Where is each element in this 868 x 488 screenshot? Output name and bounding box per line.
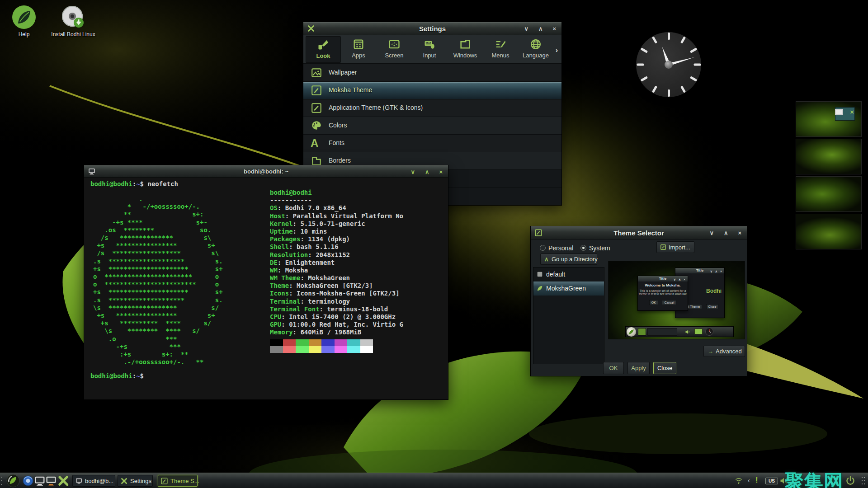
toolbar-item-label: Language xyxy=(518,52,553,59)
maximize-button[interactable]: ∧ xyxy=(724,230,728,236)
toolbar-item-windows[interactable]: Windows xyxy=(448,36,483,63)
terminal-launcher-icon[interactable] xyxy=(33,474,46,487)
task-button-label: Settings xyxy=(130,478,151,484)
desktop-icon-help[interactable]: Help xyxy=(0,5,49,38)
toolbar-item-label: Apps xyxy=(341,52,376,59)
neofetch-field-terminal-font: Terminal Font: terminus-18-bold xyxy=(270,305,403,313)
terminal-prompt-line[interactable]: bodhi@bodhi:~$ xyxy=(90,372,144,380)
preview-ok-button: OK xyxy=(649,300,658,305)
mini-window-controls: ∨ ∧ × xyxy=(674,277,686,282)
look-icon xyxy=(317,38,330,51)
task-button-label: Theme S... xyxy=(170,478,199,484)
chevron-left-icon[interactable]: ‹ xyxy=(748,477,750,484)
palette-swatch xyxy=(283,346,296,353)
theme-item-label: default xyxy=(546,271,565,278)
display-launcher-icon[interactable] xyxy=(45,474,57,487)
task-button-bodhi-b[interactable]: bodhi@b... xyxy=(72,475,115,487)
settings-item-moksha-theme[interactable]: Moksha Theme xyxy=(303,81,561,99)
close-button[interactable]: Close xyxy=(653,362,676,374)
bodhi-menu-button[interactable] xyxy=(6,474,20,488)
palette-swatch xyxy=(270,346,283,353)
workspace-thumbnail-1[interactable]: × xyxy=(796,101,862,137)
neofetch-field-icons: Icons: Icons-Moksha-Green [GTK2/3] xyxy=(270,290,403,297)
palette-swatch xyxy=(270,339,283,346)
desktop: Help Install Bodhi Linux × xyxy=(0,0,868,488)
alert-icon[interactable]: ! xyxy=(755,476,758,485)
shade-button[interactable]: ∨ xyxy=(524,26,528,32)
shade-button[interactable]: ∨ xyxy=(410,169,415,175)
close-button[interactable]: × xyxy=(552,26,556,32)
neofetch-field-terminal: Terminal: terminology xyxy=(270,298,403,305)
keyboard-layout-badge[interactable]: US xyxy=(765,478,778,484)
help-icon xyxy=(11,5,37,30)
close-button[interactable]: × xyxy=(738,230,741,236)
workspace-thumbnail-4[interactable] xyxy=(796,214,862,249)
window-controls: ∨∧× xyxy=(410,165,443,178)
toolbar-item-menus[interactable]: Menus xyxy=(483,36,518,63)
shade-button[interactable]: ∨ xyxy=(709,230,714,236)
settings-item-colors[interactable]: Colors xyxy=(303,117,561,134)
desktop-icon-install-bodhi[interactable]: Install Bodhi Linux xyxy=(48,5,98,38)
preview-taskbar xyxy=(625,326,734,337)
settings-item-application-theme-gtk-icons[interactable]: Application Theme (GTK & Icons) xyxy=(303,99,561,117)
palette-swatch xyxy=(309,346,322,353)
network-icon[interactable] xyxy=(734,476,743,485)
go-up-directory-button[interactable]: ∧ Go up a Directory xyxy=(540,253,597,265)
clock-tick xyxy=(637,64,644,66)
terminal-prompt-line: bodhi@bodhi:~$ neofetch xyxy=(90,180,178,188)
radio-personal[interactable] xyxy=(540,245,546,251)
mini-computer-icon xyxy=(835,109,843,115)
mini-slots xyxy=(647,328,677,336)
preview-close-button: Close xyxy=(706,304,719,309)
toolbar-item-look[interactable]: Look xyxy=(306,36,341,63)
menus-icon xyxy=(494,38,507,51)
apply-button[interactable]: Apply xyxy=(627,362,650,374)
theme-selector-titlebar[interactable]: Theme Selector ∨∧× xyxy=(531,226,747,239)
toolbar-item-language[interactable]: Language xyxy=(518,36,553,63)
windows-icon xyxy=(459,38,472,51)
task-button-theme-s[interactable]: Theme S... xyxy=(158,475,198,487)
toolbar-scroll-right-icon[interactable]: › xyxy=(556,46,558,54)
wallpaper-icon xyxy=(311,67,322,79)
close-button[interactable]: × xyxy=(439,169,443,175)
workspace-thumbnail-3[interactable] xyxy=(796,176,862,212)
neofetch-info: bodhi@bodhi-----------OS: Bodhi 7.0 x86_… xyxy=(270,189,403,337)
screen-icon xyxy=(388,38,401,51)
power-icon[interactable] xyxy=(845,475,856,486)
maximize-button[interactable]: ∧ xyxy=(425,169,429,175)
toolbar-item-screen[interactable]: Screen xyxy=(377,36,412,63)
advanced-button[interactable]: → Advanced xyxy=(703,346,745,357)
browser-launcher-icon[interactable] xyxy=(22,474,34,487)
settings-item-fonts[interactable]: AFonts xyxy=(303,134,561,152)
settings-titlebar[interactable]: Settings ∨∧× xyxy=(303,22,561,35)
terminal-titlebar[interactable]: bodhi@bodhi: ~ ∨∧× xyxy=(84,165,448,178)
neofetch-ascii-art: . * -/+oossssoo+/-. ** s+: -+s **** s+- … xyxy=(93,195,223,366)
taskbar: ‹ ! US bodhi@b...SettingsTheme S... xyxy=(0,473,868,488)
workspace-thumbnail-2[interactable] xyxy=(796,139,862,174)
task-button-settings[interactable]: Settings xyxy=(118,475,153,487)
settings-item-wallpaper[interactable]: Wallpaper xyxy=(303,64,561,81)
radio-system[interactable] xyxy=(580,245,586,251)
arrow-right-icon: → xyxy=(708,348,713,355)
ok-button[interactable]: OK xyxy=(603,362,624,374)
toolbar-item-label: Menus xyxy=(483,52,518,59)
settings-launcher-icon[interactable] xyxy=(57,474,70,487)
chevron-up-icon: ∧ xyxy=(544,256,549,263)
clock-widget xyxy=(635,31,703,99)
clock-tick xyxy=(668,33,670,40)
toolbar-item-input[interactable]: Input xyxy=(412,36,447,63)
neofetch-header: bodhi@bodhi xyxy=(270,189,312,196)
terminal-icon xyxy=(75,477,83,485)
palette-swatch xyxy=(296,339,309,346)
maximize-button[interactable]: ∧ xyxy=(538,26,543,32)
theme-item-default[interactable]: default xyxy=(533,267,604,282)
import-button[interactable]: Import... xyxy=(656,241,694,253)
palette-swatch xyxy=(309,339,322,346)
panel-grip[interactable] xyxy=(1,476,4,486)
preview-dialog: Title∨ ∧ × Welcome to Moksha. This is a … xyxy=(637,276,688,311)
window-title: bodhi@bodhi: ~ xyxy=(84,168,448,175)
overflow-dots-icon[interactable] xyxy=(861,477,865,485)
toolbar-item-apps[interactable]: Apps xyxy=(341,36,376,63)
radio-personal-label: Personal xyxy=(548,244,573,252)
theme-item-mokshagreen[interactable]: MokshaGreen xyxy=(533,282,604,296)
